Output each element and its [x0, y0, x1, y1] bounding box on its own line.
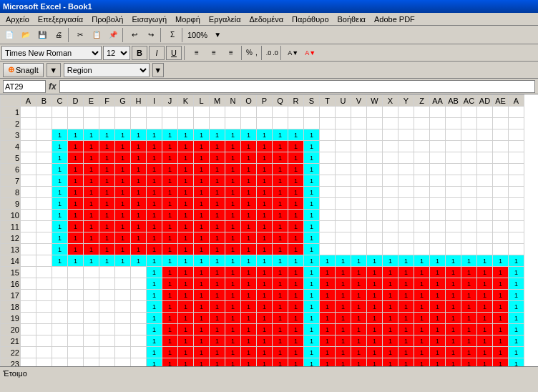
cell-8-8[interactable]: 1	[131, 187, 147, 198]
cell-23-27[interactable]: 1	[430, 358, 446, 367]
italic-btn[interactable]: I	[149, 46, 165, 60]
cell-5-20[interactable]	[320, 152, 336, 164]
cell-20-1[interactable]	[21, 324, 36, 335]
cell-23-19[interactable]: 1	[304, 358, 320, 367]
cell-16-26[interactable]: 1	[414, 278, 430, 290]
cell-2-29[interactable]	[461, 118, 477, 129]
cell-3-32[interactable]	[509, 129, 524, 141]
cell-7-14[interactable]: 1	[225, 175, 241, 187]
cell-7-32[interactable]	[509, 175, 524, 187]
cell-19-8[interactable]	[131, 313, 147, 324]
cell-3-14[interactable]: 1	[225, 129, 241, 141]
cell-13-28[interactable]	[446, 244, 461, 255]
cell-12-30[interactable]	[477, 232, 493, 244]
cell-22-22[interactable]: 1	[351, 347, 367, 358]
row-header-14[interactable]: 14	[1, 255, 21, 267]
cell-3-13[interactable]: 1	[210, 129, 225, 141]
cell-14-31[interactable]: 1	[493, 255, 509, 267]
cell-18-12[interactable]: 1	[194, 301, 210, 313]
cell-6-15[interactable]: 1	[241, 164, 257, 175]
cell-14-21[interactable]: 1	[336, 255, 351, 267]
cell-20-24[interactable]: 1	[383, 324, 398, 335]
cell-22-5[interactable]	[84, 347, 99, 358]
cell-4-30[interactable]	[477, 141, 493, 152]
cell-18-13[interactable]: 1	[210, 301, 225, 313]
cell-17-5[interactable]	[84, 290, 99, 301]
cell-2-14[interactable]	[225, 118, 241, 129]
cell-13-11[interactable]: 1	[178, 244, 194, 255]
cell-20-11[interactable]: 1	[178, 324, 194, 335]
cell-9-1[interactable]	[21, 198, 36, 210]
cell-5-4[interactable]: 1	[68, 152, 84, 164]
cell-3-10[interactable]: 1	[162, 129, 178, 141]
cell-6-12[interactable]: 1	[194, 164, 210, 175]
cell-11-10[interactable]: 1	[162, 221, 178, 232]
cell-6-14[interactable]: 1	[225, 164, 241, 175]
cell-4-4[interactable]: 1	[68, 141, 84, 152]
menu-window[interactable]: Παράθυρο	[288, 14, 333, 24]
cell-9-7[interactable]: 1	[115, 198, 131, 210]
menu-insert[interactable]: Εισαγωγή	[127, 14, 171, 24]
cell-14-26[interactable]: 1	[414, 255, 430, 267]
cell-17-27[interactable]: 1	[430, 290, 446, 301]
cell-5-28[interactable]	[446, 152, 461, 164]
cell-11-14[interactable]: 1	[225, 221, 241, 232]
cell-17-4[interactable]	[68, 290, 84, 301]
cell-19-15[interactable]: 1	[241, 313, 257, 324]
cell-18-31[interactable]: 1	[493, 301, 509, 313]
cell-10-5[interactable]: 1	[84, 210, 99, 221]
cell-12-25[interactable]	[398, 232, 414, 244]
cell-15-11[interactable]: 1	[178, 267, 194, 278]
cell-17-18[interactable]: 1	[288, 290, 304, 301]
cell-9-17[interactable]: 1	[273, 198, 288, 210]
cell-14-10[interactable]: 1	[162, 255, 178, 267]
cell-17-6[interactable]	[99, 290, 115, 301]
cell-20-14[interactable]: 1	[225, 324, 241, 335]
cell-2-6[interactable]	[99, 118, 115, 129]
row-header-15[interactable]: 15	[1, 267, 21, 278]
row-header-4[interactable]: 4	[1, 141, 21, 152]
cell-19-20[interactable]: 1	[320, 313, 336, 324]
cell-6-6[interactable]: 1	[99, 164, 115, 175]
cell-8-29[interactable]	[461, 187, 477, 198]
cell-18-23[interactable]: 1	[367, 301, 383, 313]
cell-17-20[interactable]: 1	[320, 290, 336, 301]
cell-10-11[interactable]: 1	[178, 210, 194, 221]
cell-14-25[interactable]: 1	[398, 255, 414, 267]
cell-4-23[interactable]	[367, 141, 383, 152]
cell-19-18[interactable]: 1	[288, 313, 304, 324]
cell-20-27[interactable]: 1	[430, 324, 446, 335]
cell-18-16[interactable]: 1	[257, 301, 273, 313]
cell-11-7[interactable]: 1	[115, 221, 131, 232]
cell-12-7[interactable]: 1	[115, 232, 131, 244]
cell-7-24[interactable]	[383, 175, 398, 187]
cell-21-2[interactable]	[36, 335, 52, 347]
cell-8-15[interactable]: 1	[241, 187, 257, 198]
cell-10-14[interactable]: 1	[225, 210, 241, 221]
cell-20-19[interactable]: 1	[304, 324, 320, 335]
cell-14-19[interactable]: 1	[304, 255, 320, 267]
cell-9-5[interactable]: 1	[84, 198, 99, 210]
cell-20-9[interactable]: 1	[147, 324, 162, 335]
cell-11-20[interactable]	[320, 221, 336, 232]
cell-6-9[interactable]: 1	[147, 164, 162, 175]
cell-6-11[interactable]: 1	[178, 164, 194, 175]
cell-11-17[interactable]: 1	[273, 221, 288, 232]
cell-10-1[interactable]	[21, 210, 36, 221]
cell-15-25[interactable]: 1	[398, 267, 414, 278]
cell-9-13[interactable]: 1	[210, 198, 225, 210]
cell-18-4[interactable]	[68, 301, 84, 313]
cell-9-20[interactable]	[320, 198, 336, 210]
cell-4-15[interactable]: 1	[241, 141, 257, 152]
cell-15-29[interactable]: 1	[461, 267, 477, 278]
cell-14-20[interactable]: 1	[320, 255, 336, 267]
cell-8-3[interactable]: 1	[52, 187, 68, 198]
cell-22-30[interactable]: 1	[477, 347, 493, 358]
cell-15-6[interactable]	[99, 267, 115, 278]
cell-17-14[interactable]: 1	[225, 290, 241, 301]
cell-14-16[interactable]: 1	[257, 255, 273, 267]
cell-18-8[interactable]	[131, 301, 147, 313]
menu-adobe[interactable]: Adobe PDF	[370, 14, 419, 24]
cell-14-2[interactable]	[36, 255, 52, 267]
cell-22-25[interactable]: 1	[398, 347, 414, 358]
